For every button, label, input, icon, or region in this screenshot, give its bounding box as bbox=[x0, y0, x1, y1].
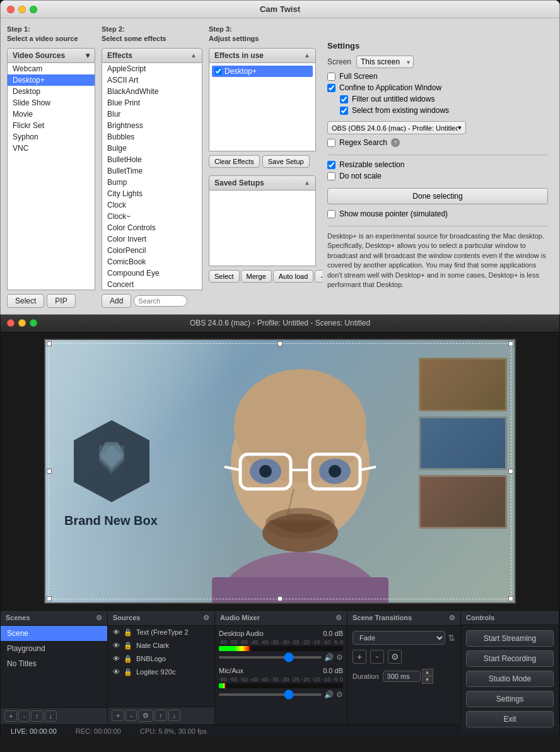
saved-setups-list[interactable] bbox=[209, 191, 316, 266]
effect-concert[interactable]: Concert bbox=[102, 279, 202, 290]
effects-in-use-collapse[interactable]: ▲ bbox=[304, 52, 310, 59]
desktop-audio-speaker-icon[interactable]: 🔊 bbox=[324, 653, 334, 662]
transition-settings-btn[interactable]: ⚙ bbox=[388, 650, 402, 664]
source-desktop[interactable]: Desktop bbox=[8, 86, 95, 97]
transition-remove-btn[interactable]: - bbox=[370, 650, 384, 664]
done-selecting-button[interactable]: Done selecting bbox=[327, 188, 548, 204]
source-down-btn[interactable]: ↓ bbox=[168, 710, 181, 721]
effects-list[interactable]: AppleScript ASCII Art BlackAndWhite Blue… bbox=[102, 63, 202, 290]
exit-button[interactable]: Exit bbox=[466, 711, 554, 727]
pip-button[interactable]: PIP bbox=[47, 294, 75, 308]
scenes-list[interactable]: Scene Playground No Titles bbox=[1, 626, 107, 707]
source-movie[interactable]: Movie bbox=[8, 109, 95, 120]
effect-clock-tilde[interactable]: Clock~ bbox=[102, 211, 202, 222]
settings-button[interactable]: Settings bbox=[466, 691, 554, 707]
effect-ascii[interactable]: ASCII Art bbox=[102, 74, 202, 86]
obs-window-dropdown[interactable]: OBS (OBS 24.0.6 (mac) - Profile: Untitle… bbox=[327, 121, 466, 134]
effect-colorpencil[interactable]: ColorPencil bbox=[102, 245, 202, 256]
effect-bw[interactable]: BlackAndWhite bbox=[102, 86, 202, 97]
source-slideshow[interactable]: Slide Show bbox=[8, 97, 95, 109]
source-text-freetype[interactable]: 👁 🔒 Text (FreeType 2 bbox=[108, 626, 214, 639]
effect-colorcontrols[interactable]: Color Controls bbox=[102, 222, 202, 233]
effect-blueprint[interactable]: Blue Print bbox=[102, 97, 202, 109]
mic-audio-settings-icon[interactable]: ⚙ bbox=[336, 690, 343, 699]
scene-remove-btn[interactable]: - bbox=[18, 710, 30, 722]
scenes-gear-icon[interactable]: ⚙ bbox=[96, 614, 102, 622]
mouse-pointer-checkbox[interactable] bbox=[327, 210, 335, 218]
effect-bubbles[interactable]: Bubbles bbox=[102, 131, 202, 143]
video-sources-list[interactable]: Webcam Desktop+ Desktop Slide Show Movie… bbox=[7, 63, 95, 290]
clear-effects-button[interactable]: Clear Effects bbox=[209, 155, 260, 168]
duration-down-btn[interactable]: ▼ bbox=[422, 676, 433, 684]
effect-citylights[interactable]: City Lights bbox=[102, 188, 202, 199]
source-settings-btn[interactable]: ⚙ bbox=[138, 710, 153, 722]
source-nate-clark[interactable]: 👁 🔒 Nate Clark bbox=[108, 639, 214, 652]
source-syphon[interactable]: Syphon bbox=[8, 131, 95, 143]
effect-in-use-checkbox[interactable] bbox=[214, 68, 222, 75]
resizable-checkbox[interactable] bbox=[327, 161, 335, 169]
effect-bullettime[interactable]: BulletTime bbox=[102, 165, 202, 177]
donot-scale-checkbox[interactable] bbox=[327, 172, 335, 180]
source-vnc[interactable]: VNC bbox=[8, 143, 95, 154]
desktop-volume-slider[interactable] bbox=[219, 656, 322, 659]
effects-search-input[interactable] bbox=[134, 295, 187, 307]
close-btn[interactable] bbox=[7, 6, 15, 13]
transitions-select[interactable]: Fade bbox=[353, 631, 445, 645]
effect-compoundeye[interactable]: Compound Eye bbox=[102, 267, 202, 279]
effect-comicbook[interactable]: ComicBook bbox=[102, 256, 202, 267]
source-add-btn[interactable]: + bbox=[112, 710, 124, 721]
obs-minimize-btn[interactable] bbox=[18, 319, 26, 327]
maximize-btn[interactable] bbox=[30, 6, 37, 13]
sources-gear-icon[interactable]: ⚙ bbox=[203, 614, 209, 622]
effect-brightness[interactable]: Brightness bbox=[102, 120, 202, 131]
in-use-desktop-plus[interactable]: Desktop+ bbox=[212, 66, 313, 77]
add-effect-button[interactable]: Add bbox=[102, 294, 131, 308]
desktop-audio-settings-icon[interactable]: ⚙ bbox=[336, 653, 343, 662]
merge-button[interactable]: Merge bbox=[241, 270, 272, 283]
scene-add-btn[interactable]: + bbox=[4, 710, 17, 722]
effect-clock[interactable]: Clock bbox=[102, 199, 202, 211]
source-logitec[interactable]: 👁 🔒 Logitec 920c bbox=[108, 666, 214, 679]
scene-down-btn[interactable]: ↓ bbox=[45, 710, 57, 722]
effect-applescript[interactable]: AppleScript bbox=[102, 63, 202, 74]
fullscreen-checkbox[interactable] bbox=[327, 73, 335, 81]
mic-audio-speaker-icon[interactable]: 🔊 bbox=[324, 690, 334, 699]
audio-gear-icon[interactable]: ⚙ bbox=[335, 614, 342, 622]
start-streaming-button[interactable]: Start Streaming bbox=[466, 630, 554, 647]
source-flickr[interactable]: Flickr Set bbox=[8, 120, 95, 131]
filter-untitled-checkbox[interactable] bbox=[340, 95, 348, 103]
studio-mode-button[interactable]: Studio Mode bbox=[466, 671, 554, 687]
obs-close-btn[interactable] bbox=[7, 319, 15, 327]
select-existing-checkbox[interactable] bbox=[340, 107, 348, 115]
obs-maximize-btn[interactable] bbox=[30, 319, 37, 327]
effect-bullethole[interactable]: BulletHole bbox=[102, 154, 202, 165]
screen-select[interactable]: This screen bbox=[356, 56, 414, 68]
source-up-btn[interactable]: ↑ bbox=[155, 710, 167, 721]
autoload-button[interactable]: Auto load bbox=[273, 270, 313, 283]
effect-bump[interactable]: Bump bbox=[102, 177, 202, 188]
saved-setups-collapse[interactable]: ▲ bbox=[304, 179, 310, 186]
effects-in-use-list[interactable]: Desktop+ bbox=[209, 63, 316, 151]
scene-item-notitles[interactable]: No Titles bbox=[1, 656, 107, 671]
source-webcam[interactable]: Webcam bbox=[8, 63, 95, 74]
regex-search-checkbox[interactable] bbox=[327, 139, 335, 147]
select-saved-button[interactable]: Select bbox=[209, 270, 240, 283]
scene-item-scene[interactable]: Scene bbox=[1, 626, 107, 641]
confine-checkbox[interactable] bbox=[327, 84, 335, 92]
source-remove-btn[interactable]: - bbox=[125, 710, 137, 721]
sources-list-obs[interactable]: 👁 🔒 Text (FreeType 2 👁 🔒 Nate Clark 👁 🔒 … bbox=[108, 626, 214, 707]
duration-up-btn[interactable]: ▲ bbox=[422, 669, 433, 676]
start-recording-button[interactable]: Start Recording bbox=[466, 650, 554, 667]
select-button[interactable]: Select bbox=[7, 294, 44, 308]
duration-input[interactable] bbox=[383, 671, 421, 682]
effect-blur[interactable]: Blur bbox=[102, 109, 202, 120]
transition-add-btn[interactable]: + bbox=[353, 650, 366, 664]
regex-help-icon[interactable]: ? bbox=[391, 138, 400, 147]
source-bnblogo[interactable]: 👁 🔒 BNBLogo bbox=[108, 652, 214, 666]
effects-collapse-btn[interactable]: ▲ bbox=[190, 52, 197, 59]
mic-volume-slider[interactable] bbox=[219, 693, 322, 696]
scene-item-playground[interactable]: Playground bbox=[1, 641, 107, 656]
transitions-gear-icon[interactable]: ⚙ bbox=[449, 614, 455, 622]
effect-bulge[interactable]: Bulge bbox=[102, 143, 202, 154]
source-desktop-plus[interactable]: Desktop+ bbox=[8, 74, 95, 86]
